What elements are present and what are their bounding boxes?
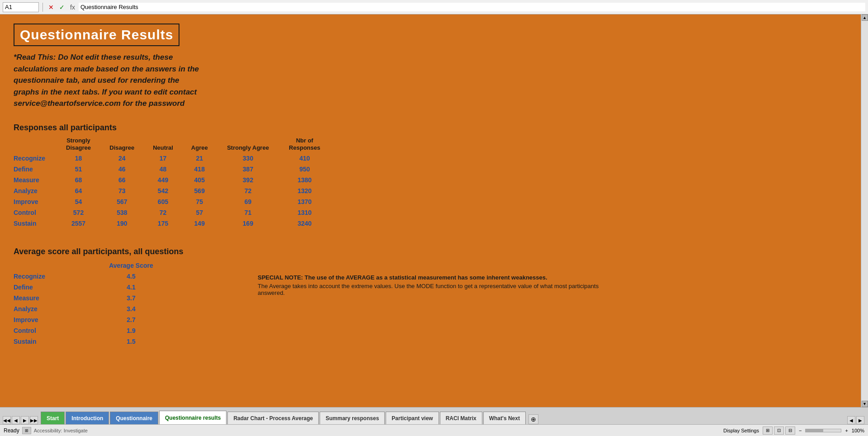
tab-nav-first[interactable]: ◀◀: [3, 416, 11, 424]
row-label: Control: [14, 207, 57, 218]
cell-sa: 387: [217, 164, 279, 175]
avg-row-score: 3.7: [104, 293, 158, 303]
row-label: Recognize: [14, 153, 57, 164]
avg-row-score: 4.1: [104, 282, 158, 293]
cell-reference[interactable]: A1: [3, 2, 39, 12]
average-section: Average score all participants, all ques…: [14, 247, 847, 347]
tab-nav-next[interactable]: ▶: [21, 416, 29, 424]
cell-sd: 64: [57, 185, 100, 196]
col-neutral-header: Neutral: [144, 136, 182, 153]
avg-row: Sustain 1.5: [14, 336, 158, 347]
tab-nav-last[interactable]: ▶▶: [30, 416, 38, 424]
warning-text: *Read This: Do Not edit these results, t…: [14, 52, 203, 109]
col-label-header: [14, 136, 57, 153]
formula-input[interactable]: [79, 3, 865, 11]
tab-raci-matrix[interactable]: RACI Matrix: [440, 412, 482, 424]
avg-score-col-header: Average Score: [104, 260, 158, 271]
cell-d: 567: [100, 196, 144, 207]
zoom-minus-btn[interactable]: −: [799, 428, 802, 433]
avg-right: SPECIAL NOTE: The use of the AVERAGE as …: [258, 247, 601, 347]
avg-row-label: Recognize: [14, 271, 104, 282]
cell-a: 75: [182, 196, 217, 207]
cell-n: 72: [144, 207, 182, 218]
title-box: Questionnaire Results: [14, 24, 179, 46]
cell-a: 21: [182, 153, 217, 164]
avg-row-score: 3.4: [104, 303, 158, 314]
cell-d: 66: [100, 175, 144, 185]
zoom-level: 100%: [852, 428, 864, 433]
table-row: Sustain 2557 190 175 149 169 3240: [14, 218, 330, 229]
avg-row: Measure 3.7: [14, 293, 158, 303]
tab-participant-view[interactable]: Participant view: [386, 412, 439, 424]
page-break-btn[interactable]: ⊟: [785, 427, 795, 435]
tab-scroll-right-btn[interactable]: ▶: [856, 416, 864, 424]
avg-label-col-header: [14, 260, 104, 271]
zoom-plus-btn[interactable]: +: [845, 428, 848, 433]
tab-radar-chart[interactable]: Radar Chart - Process Average: [227, 412, 319, 424]
row-label: Define: [14, 164, 57, 175]
page-layout-btn[interactable]: ⊡: [774, 427, 784, 435]
scroll-up-btn[interactable]: ▲: [862, 14, 868, 21]
tab-introduction[interactable]: Introduction: [66, 412, 109, 424]
normal-view-btn[interactable]: ⊞: [763, 427, 773, 435]
cancel-icon[interactable]: ✕: [47, 3, 56, 12]
cell-a: 149: [182, 218, 217, 229]
cell-nr: 1320: [279, 185, 330, 196]
avg-layout: Average score all participants, all ques…: [14, 247, 847, 347]
tab-nav-prev[interactable]: ◀: [12, 416, 20, 424]
fx-label: fx: [68, 3, 77, 12]
cell-n: 48: [144, 164, 182, 175]
avg-row-score: 1.9: [104, 325, 158, 336]
cell-d: 190: [100, 218, 144, 229]
cell-mode-icon: ⊞: [22, 427, 31, 434]
cell-d: 46: [100, 164, 144, 175]
scroll-down-btn[interactable]: ▼: [862, 401, 868, 407]
cell-sd: 18: [57, 153, 100, 164]
avg-row-score: 1.5: [104, 336, 158, 347]
formula-bar: A1 ✕ ✓ fx: [0, 0, 868, 14]
responses-section: Responses all participants StronglyDisag…: [14, 123, 847, 229]
tab-questionnaire[interactable]: Questionnaire: [110, 412, 158, 424]
cell-sd: 2557: [57, 218, 100, 229]
page-title: Questionnaire Results: [20, 27, 173, 43]
tab-bar: ◀◀ ◀ ▶ ▶▶ Start Introduction Questionnai…: [0, 407, 868, 424]
avg-header-row: Average Score: [14, 260, 158, 271]
col-disagree-header: Disagree: [100, 136, 144, 153]
tab-scroll-left-btn[interactable]: ◀: [847, 416, 855, 424]
col-nbr-responses-header: Nbr ofResponses: [279, 136, 330, 153]
table-row: Improve 54 567 605 75 69 1370: [14, 196, 330, 207]
accessibility-text[interactable]: Accessibility: Investigate: [34, 428, 88, 433]
vertical-scrollbar[interactable]: ▲ ▼: [861, 14, 868, 407]
table-row: Analyze 64 73 542 569 72 1320: [14, 185, 330, 196]
avg-row: Recognize 4.5: [14, 271, 158, 282]
cell-n: 605: [144, 196, 182, 207]
tab-start[interactable]: Start: [41, 412, 65, 424]
avg-row: Analyze 3.4: [14, 303, 158, 314]
cell-nr: 410: [279, 153, 330, 164]
cell-sa: 169: [217, 218, 279, 229]
cell-n: 175: [144, 218, 182, 229]
add-tab-button[interactable]: ⊕: [528, 414, 538, 424]
tab-questionnaire-results[interactable]: Questionnaire results: [159, 411, 226, 424]
col-strongly-disagree-header: StronglyDisagree: [57, 136, 100, 153]
confirm-icon[interactable]: ✓: [57, 3, 66, 12]
avg-section-title: Average score all participants, all ques…: [14, 247, 240, 256]
avg-left: Average score all participants, all ques…: [14, 247, 240, 347]
cell-nr: 3240: [279, 218, 330, 229]
row-label: Measure: [14, 175, 57, 185]
table-row: Measure 68 66 449 405 392 1380: [14, 175, 330, 185]
tab-scroll-right: ◀ ▶: [847, 416, 864, 424]
cell-a: 57: [182, 207, 217, 218]
spreadsheet-main: Questionnaire Results *Read This: Do Not…: [0, 14, 868, 407]
zoom-slider[interactable]: [805, 429, 841, 432]
avg-row-label: Define: [14, 282, 104, 293]
avg-row: Control 1.9: [14, 325, 158, 336]
avg-row-label: Analyze: [14, 303, 104, 314]
tab-summary-responses[interactable]: Summary responses: [320, 412, 385, 424]
tab-whats-next[interactable]: What's Next: [483, 412, 526, 424]
display-settings-label[interactable]: Display Settings: [723, 428, 759, 433]
status-right: Display Settings ⊞ ⊡ ⊟ − + 100%: [723, 427, 864, 435]
cell-sa: 392: [217, 175, 279, 185]
status-bar: Ready ⊞ Accessibility: Investigate Displ…: [0, 424, 868, 436]
col-strongly-agree-header: Strongly Agree: [217, 136, 279, 153]
